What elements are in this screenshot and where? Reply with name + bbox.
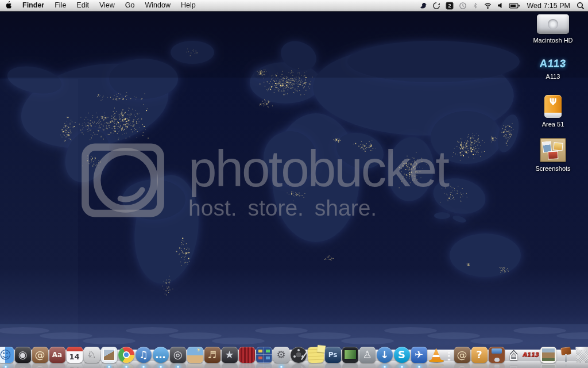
- dock-automator[interactable]: ♙: [359, 347, 376, 363]
- dock-separator: [448, 350, 451, 362]
- running-indicator: [417, 366, 421, 368]
- desktop-screen: FinderFileEditViewGoWindowHelp 2 Wed 7:1…: [0, 0, 588, 368]
- svg-text:2: 2: [448, 3, 451, 9]
- menu-help[interactable]: Help: [176, 1, 201, 9]
- a113-logo-icon: A113: [539, 58, 567, 70]
- volume-icon[interactable]: [497, 0, 504, 11]
- running-indicator: [125, 366, 128, 368]
- dock-imovie[interactable]: ★: [221, 347, 238, 363]
- dock-trash[interactable]: [574, 347, 588, 363]
- dock-vlc[interactable]: [428, 347, 444, 363]
- dock-download-app[interactable]: ↓: [376, 347, 393, 363]
- system-preferences-icon: ⚙: [273, 347, 289, 363]
- video-editor-icon: [342, 347, 358, 363]
- dock-ical[interactable]: 14: [66, 347, 83, 363]
- menu-view[interactable]: View: [94, 1, 120, 9]
- dock-photo-booth[interactable]: ◎: [169, 347, 186, 363]
- dock-twitter-bird[interactable]: ✈: [411, 347, 427, 363]
- vlc-icon: [428, 347, 444, 363]
- dock-unknown-drive[interactable]: ?: [471, 347, 488, 363]
- address-book-icon: @: [32, 347, 48, 363]
- dock-dictionary[interactable]: Aa: [49, 347, 65, 363]
- dock-chess[interactable]: ♘: [83, 347, 100, 363]
- dashboard-icon: ◉: [15, 347, 31, 363]
- desktop-icon-a113-volume[interactable]: A113A113: [525, 58, 581, 80]
- dock-iphoto[interactable]: ☀: [187, 347, 203, 363]
- running-indicator: [4, 366, 7, 368]
- twitter-bird-icon: ✈: [411, 347, 427, 363]
- stickies-icon: [307, 347, 324, 363]
- dock-a113-file[interactable]: A113: [523, 347, 539, 363]
- menu-go[interactable]: Go: [120, 1, 140, 9]
- menu-bar-clock[interactable]: Wed 7:15 PM: [525, 2, 571, 10]
- desktop-icon-label: Area 51: [525, 121, 581, 128]
- dock-itunes[interactable]: ♫: [135, 347, 152, 363]
- device-file-icon: [489, 347, 505, 363]
- menu-finder[interactable]: Finder: [17, 1, 49, 9]
- bluetooth-icon[interactable]: [472, 0, 478, 11]
- skype-icon: S: [394, 347, 410, 363]
- garageband-icon: ♬: [204, 347, 220, 363]
- menu-bar-status: 2 Wed 7:15 PM: [419, 0, 588, 11]
- dock-device-file[interactable]: [488, 347, 505, 363]
- apple-logo-icon: [6, 1, 13, 11]
- film-reel-icon: [291, 347, 307, 363]
- desktop-icon-label: Screenshots: [525, 165, 581, 172]
- dictionary-icon: Aa: [49, 347, 65, 363]
- dock-skype[interactable]: S: [393, 347, 410, 363]
- spotlight-icon[interactable]: [577, 0, 585, 11]
- dock-dashboard[interactable]: ◉: [14, 347, 31, 363]
- dock-front-row[interactable]: [238, 347, 255, 363]
- running-indicator: [107, 366, 111, 368]
- unknown-drive-icon: ?: [471, 347, 488, 363]
- preview-icon: [101, 347, 117, 363]
- dock-address-book[interactable]: @: [32, 347, 48, 363]
- photo-booth-icon: ◎: [170, 347, 186, 363]
- ichat-icon: …: [153, 347, 169, 363]
- running-indicator: [159, 366, 163, 368]
- desktop[interactable]: photobucket host. store. share. Macintos…: [0, 11, 588, 368]
- dock-home-folder[interactable]: ⌂: [505, 347, 522, 363]
- dock-stickies[interactable]: [307, 347, 324, 363]
- dock-ichat[interactable]: …: [152, 347, 169, 363]
- apple-menu[interactable]: [0, 0, 17, 11]
- running-indicator: [280, 366, 283, 368]
- dock-chrome[interactable]: [118, 347, 134, 363]
- usb-drive-icon: Ψ: [544, 95, 562, 118]
- dock-leather-book[interactable]: @: [454, 347, 470, 363]
- trash-icon: [575, 347, 588, 363]
- dock-spaces[interactable]: [256, 347, 272, 363]
- menu-edit[interactable]: Edit: [71, 1, 94, 9]
- dock-keynote-podium[interactable]: [557, 347, 574, 363]
- wifi-icon[interactable]: [483, 0, 492, 11]
- dock-photo-file[interactable]: [540, 347, 556, 363]
- leather-book-icon: @: [454, 347, 470, 363]
- desktop-icons: Macintosh HDA113A113ΨArea 51Screenshots: [0, 11, 588, 368]
- dock-video-editor[interactable]: [342, 347, 358, 363]
- automator-icon: ♙: [359, 347, 376, 363]
- ical-icon: 14: [67, 347, 83, 363]
- hard-drive-icon: [537, 14, 569, 34]
- dock-film-reel[interactable]: [290, 347, 307, 363]
- dock-preview[interactable]: [100, 347, 117, 363]
- dock-system-preferences[interactable]: ⚙: [273, 347, 289, 363]
- sync-icon[interactable]: [432, 0, 440, 11]
- badge-2-icon[interactable]: 2: [446, 0, 454, 11]
- dock-finder[interactable]: ☺: [0, 347, 14, 363]
- battery-icon[interactable]: [509, 0, 520, 11]
- dock-photoshop[interactable]: Ps: [324, 347, 341, 363]
- desktop-icon-area-51-drive[interactable]: ΨArea 51: [525, 95, 581, 128]
- desktop-icon-macintosh-hd[interactable]: Macintosh HD: [525, 14, 581, 44]
- a113-file-icon: A113: [523, 347, 539, 363]
- dock-garageband[interactable]: ♬: [204, 347, 220, 363]
- bird-status-icon[interactable]: [419, 0, 427, 11]
- imovie-icon: ★: [222, 347, 238, 363]
- menu-window[interactable]: Window: [140, 1, 175, 9]
- menu-file[interactable]: File: [49, 1, 71, 9]
- time-machine-icon[interactable]: [459, 0, 467, 11]
- desktop-icon-screenshots-folder[interactable]: Screenshots: [525, 138, 581, 172]
- photo-stack-icon: [540, 138, 566, 162]
- running-indicator: [400, 366, 404, 368]
- keynote-podium-icon: [558, 347, 574, 363]
- desktop-icon-label: Macintosh HD: [525, 37, 581, 44]
